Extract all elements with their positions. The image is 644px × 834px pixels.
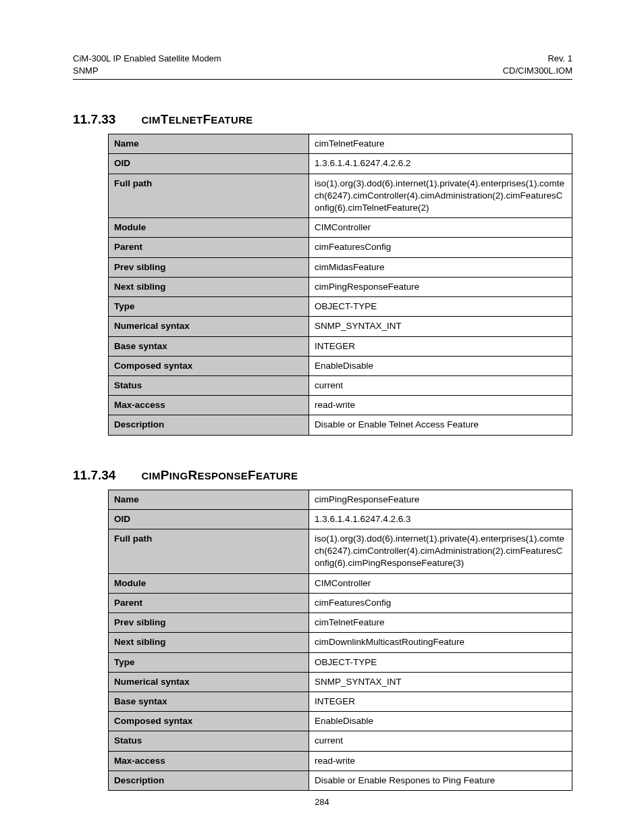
attr-value: 1.3.6.1.4.1.6247.4.2.6.3 [309,509,572,529]
page-number: 284 [0,797,644,807]
header-left: CiM-300L IP Enabled Satellite Modem SNMP [73,53,221,76]
attr-value: CIMController [309,573,572,593]
attr-key: Max-access [109,751,309,771]
page-header: CiM-300L IP Enabled Satellite Modem SNMP… [73,53,572,76]
section-heading: 11.7.34CIMPINGRESPONSEFEATURE [73,468,572,483]
table-row: Statuscurrent [109,731,572,751]
section-number: 11.7.34 [73,468,115,483]
table-row: ParentcimFeaturesConfig [109,593,572,613]
attr-key: Prev sibling [109,257,309,277]
table-row: Max-accessread-write [109,751,572,771]
attr-key: Prev sibling [109,613,309,633]
attr-key: Numerical syntax [109,317,309,336]
attr-key: Name [109,134,309,154]
table-row: ParentcimFeaturesConfig [109,238,572,257]
table-row: Full pathiso(1).org(3).dod(6).internet(1… [109,529,572,574]
page: CiM-300L IP Enabled Satellite Modem SNMP… [0,0,644,834]
table-row: Next siblingcimDownlinkMulticastRoutingF… [109,633,572,652]
attr-key: Composed syntax [109,712,309,731]
table-row: ModuleCIMController [109,218,572,238]
header-product-title: CiM-300L IP Enabled Satellite Modem [73,53,221,65]
attr-key: Description [109,771,309,790]
attribute-table: NamecimTelnetFeatureOID1.3.6.1.4.1.6247.… [108,134,572,436]
attr-key: Max-access [109,396,309,415]
table-row: NamecimPingResponseFeature [109,490,572,509]
attr-value: INTEGER [309,692,572,712]
attr-key: Module [109,218,309,238]
attr-value: CIMController [309,218,572,238]
attr-key: Base syntax [109,336,309,356]
attribute-table: NamecimPingResponseFeatureOID1.3.6.1.4.1… [108,490,572,791]
attr-value: current [309,375,572,395]
attr-value: cimTelnetFeature [309,134,572,154]
table-row: DescriptionDisable or Enable Telnet Acce… [109,415,572,435]
attr-value: Disable or Enable Telnet Access Feature [309,415,572,435]
attr-value: SNMP_SYNTAX_INT [309,317,572,336]
attr-value: cimTelnetFeature [309,613,572,633]
section-number: 11.7.33 [73,112,115,127]
table-row: Max-accessread-write [109,396,572,415]
attr-key: OID [109,154,309,174]
attr-key: Numerical syntax [109,672,309,692]
header-doc-id: CD/CIM300L.IOM [503,65,572,77]
attr-value: EnableDisable [309,712,572,731]
attr-value: iso(1).org(3).dod(6).internet(1).private… [309,174,572,218]
header-right: Rev. 1 CD/CIM300L.IOM [503,53,572,76]
attr-key: Next sibling [109,633,309,652]
attr-key: Status [109,375,309,395]
table-row: Statuscurrent [109,375,572,395]
attr-value: INTEGER [309,336,572,356]
attr-value: read-write [309,396,572,415]
attr-key: Type [109,652,309,672]
section-heading: 11.7.33CIMTELNETFEATURE [73,112,572,127]
attr-key: OID [109,509,309,529]
attr-value: read-write [309,751,572,771]
table-row: Numerical syntaxSNMP_SYNTAX_INT [109,672,572,692]
attr-key: Full path [109,174,309,218]
table-row: NamecimTelnetFeature [109,134,572,154]
table-row: Full pathiso(1).org(3).dod(6).internet(1… [109,174,572,218]
table-row: Next siblingcimPingResponseFeature [109,277,572,296]
table-row: DescriptionDisable or Enable Respones to… [109,771,572,790]
attr-value: cimPingResponseFeature [309,490,572,509]
table-row: Composed syntaxEnableDisable [109,356,572,375]
attr-value: iso(1).org(3).dod(6).internet(1).private… [309,529,572,574]
attr-key: Description [109,415,309,435]
header-section-title: SNMP [73,65,221,77]
attr-key: Parent [109,593,309,613]
attr-value: Disable or Enable Respones to Ping Featu… [309,771,572,790]
attr-key: Parent [109,238,309,257]
table-row: Numerical syntaxSNMP_SYNTAX_INT [109,317,572,336]
table-row: TypeOBJECT-TYPE [109,652,572,672]
attr-key: Next sibling [109,277,309,296]
attr-value: OBJECT-TYPE [309,652,572,672]
attr-value: cimFeaturesConfig [309,238,572,257]
section-title: CIMPINGRESPONSEFEATURE [141,468,298,483]
attr-key: Type [109,297,309,317]
table-row: OID1.3.6.1.4.1.6247.4.2.6.2 [109,154,572,174]
attr-key: Name [109,490,309,509]
attr-value: cimPingResponseFeature [309,277,572,296]
table-row: ModuleCIMController [109,573,572,593]
table-row: Base syntaxINTEGER [109,692,572,712]
attr-key: Full path [109,529,309,574]
attr-key: Module [109,573,309,593]
table-row: Prev siblingcimTelnetFeature [109,613,572,633]
attr-value: OBJECT-TYPE [309,297,572,317]
attr-value: current [309,731,572,751]
attr-value: cimFeaturesConfig [309,593,572,613]
attr-value: 1.3.6.1.4.1.6247.4.2.6.2 [309,154,572,174]
table-row: TypeOBJECT-TYPE [109,297,572,317]
section-title: CIMTELNETFEATURE [141,112,252,127]
attr-key: Base syntax [109,692,309,712]
header-revision: Rev. 1 [503,53,572,65]
attr-value: SNMP_SYNTAX_INT [309,672,572,692]
attr-value: cimMidasFeature [309,257,572,277]
attr-key: Composed syntax [109,356,309,375]
table-row: Base syntaxINTEGER [109,336,572,356]
table-row: Composed syntaxEnableDisable [109,712,572,731]
table-row: Prev siblingcimMidasFeature [109,257,572,277]
attr-value: cimDownlinkMulticastRoutingFeature [309,633,572,652]
table-row: OID1.3.6.1.4.1.6247.4.2.6.3 [109,509,572,529]
attr-value: EnableDisable [309,356,572,375]
